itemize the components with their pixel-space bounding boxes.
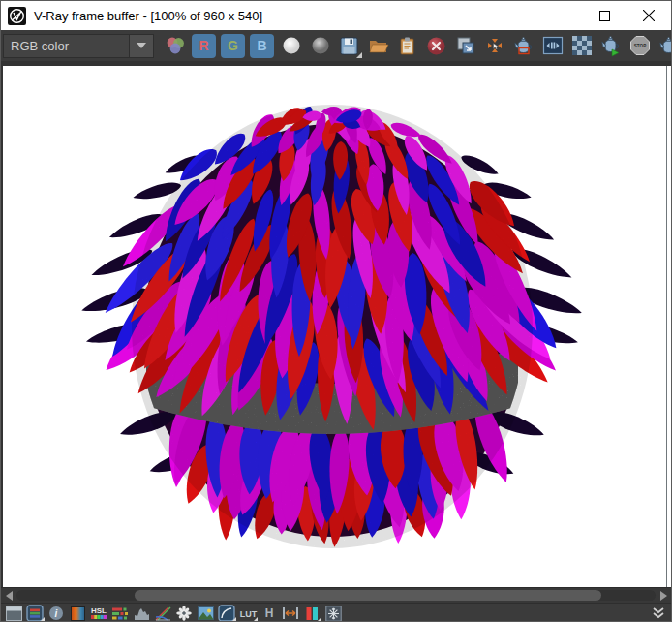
render-teapot-icon bbox=[657, 35, 672, 57]
save-options-corner-arrow bbox=[356, 52, 362, 58]
display-colors-button[interactable] bbox=[161, 32, 189, 59]
viewport-right-border bbox=[666, 66, 667, 587]
red-channel-button[interactable]: R bbox=[192, 34, 216, 58]
clear-image-button[interactable] bbox=[422, 32, 450, 59]
expand-panel-button[interactable] bbox=[649, 605, 668, 622]
scrollbar-track[interactable] bbox=[16, 590, 656, 601]
close-icon bbox=[643, 10, 655, 21]
compare-horizontal-button[interactable] bbox=[538, 32, 566, 59]
ocio-button[interactable] bbox=[323, 605, 343, 622]
pixel-info-button[interactable]: i bbox=[46, 605, 66, 622]
chevron-down-icon bbox=[137, 43, 146, 48]
white-balance-button[interactable] bbox=[174, 605, 194, 622]
blue-channel-label: B bbox=[257, 38, 266, 53]
vray-logo-icon bbox=[8, 7, 26, 25]
checker-preview-button[interactable] bbox=[567, 32, 596, 59]
stop-label: STOP bbox=[633, 44, 645, 48]
window-icon bbox=[6, 606, 22, 621]
info-label: i bbox=[55, 608, 58, 619]
lut-button[interactable]: LUT bbox=[238, 605, 258, 622]
green-channel-button[interactable]: G bbox=[221, 34, 245, 58]
clear-red-x-icon bbox=[426, 36, 446, 56]
gray-circle-icon bbox=[311, 36, 330, 55]
hsl-icon: HSL bbox=[90, 606, 107, 621]
scroll-left-icon bbox=[6, 591, 13, 601]
display-correction-corner-arrow bbox=[231, 617, 236, 622]
compare-horizontal-icon bbox=[542, 35, 564, 56]
maximize-icon bbox=[599, 11, 610, 21]
corrections-toolbar: i HSL bbox=[1, 603, 671, 622]
copy-to-clipboard-button[interactable] bbox=[393, 32, 421, 59]
curves-button[interactable] bbox=[153, 605, 172, 622]
pinwheel-icon bbox=[176, 606, 192, 621]
stop-icon: STOP bbox=[629, 35, 651, 56]
histogram-icon bbox=[134, 606, 150, 621]
levels-button[interactable] bbox=[132, 605, 151, 622]
separate-window-button[interactable] bbox=[4, 605, 23, 622]
track-mouse-icon bbox=[484, 35, 505, 56]
duplicate-buffer-button[interactable] bbox=[451, 32, 479, 59]
scroll-left-button[interactable] bbox=[3, 590, 15, 602]
stereo-corner-arrow bbox=[317, 617, 321, 622]
color-options-corner-arrow bbox=[40, 617, 45, 622]
render-button[interactable] bbox=[655, 32, 672, 59]
folder-open-icon bbox=[368, 35, 389, 56]
load-image-button[interactable] bbox=[364, 32, 392, 59]
background-image-icon bbox=[198, 606, 214, 620]
main-toolbar: RGB color R G B bbox=[1, 30, 671, 61]
clamp-gradient-icon bbox=[71, 606, 85, 621]
render-last-teapot-icon bbox=[599, 35, 622, 57]
maximize-button[interactable] bbox=[582, 1, 626, 30]
pixel-aspect-button[interactable] bbox=[281, 605, 300, 622]
double-chevron-down-icon bbox=[651, 606, 666, 620]
stereo-view-button[interactable] bbox=[302, 605, 321, 622]
rgb-circles-icon bbox=[165, 35, 186, 56]
channel-dropdown-arrow[interactable] bbox=[130, 34, 154, 58]
save-image-button[interactable] bbox=[335, 32, 363, 59]
checkerboard-icon bbox=[571, 35, 593, 56]
minimize-button[interactable] bbox=[537, 1, 582, 30]
rendered-image bbox=[1, 61, 672, 587]
region-render-teapot-icon bbox=[512, 35, 535, 57]
viewport-left-gap bbox=[1, 66, 3, 587]
vray-frame-buffer-window: V-Ray frame buffer - [100% of 960 x 540]… bbox=[0, 0, 672, 622]
viewport-top-gap bbox=[1, 61, 671, 66]
white-circle-icon bbox=[282, 36, 301, 55]
curves-icon bbox=[155, 606, 171, 621]
duplicate-windows-icon bbox=[455, 35, 476, 56]
channel-dropdown-value: RGB color bbox=[3, 34, 130, 58]
minimize-icon bbox=[555, 11, 565, 21]
hsl-label: HSL bbox=[91, 606, 107, 615]
render-viewport[interactable] bbox=[1, 61, 671, 587]
icc-profile-button[interactable]: H bbox=[260, 605, 279, 622]
hsl-correction-button[interactable]: HSL bbox=[89, 605, 108, 622]
lut-corner-arrow bbox=[253, 617, 258, 622]
green-channel-label: G bbox=[228, 38, 238, 53]
color-balance-icon bbox=[111, 606, 129, 621]
channel-dropdown[interactable]: RGB color bbox=[3, 34, 154, 58]
scroll-right-button[interactable] bbox=[657, 590, 669, 602]
background-image-button[interactable] bbox=[196, 605, 215, 622]
alpha-channel-button[interactable] bbox=[306, 32, 334, 59]
blue-channel-button[interactable]: B bbox=[250, 34, 274, 58]
close-button[interactable] bbox=[626, 1, 671, 30]
monochrome-button[interactable] bbox=[277, 32, 305, 59]
stop-render-button[interactable]: STOP bbox=[626, 32, 654, 59]
info-icon: i bbox=[48, 606, 64, 621]
clipboard-icon bbox=[397, 36, 417, 56]
region-render-button[interactable] bbox=[509, 32, 537, 59]
horizontal-scrollbar[interactable] bbox=[1, 587, 671, 603]
color-balance-button[interactable] bbox=[110, 605, 130, 622]
pixel-aspect-icon bbox=[282, 606, 299, 620]
scrollbar-thumb[interactable] bbox=[135, 590, 601, 601]
color-options-button[interactable] bbox=[25, 605, 45, 622]
snowflake-icon bbox=[325, 606, 342, 622]
track-mouse-button[interactable] bbox=[480, 32, 508, 59]
force-color-clamping-button[interactable] bbox=[68, 605, 87, 622]
render-last-button[interactable] bbox=[596, 32, 625, 59]
display-correction-button[interactable] bbox=[217, 605, 236, 622]
h-label: H bbox=[265, 606, 274, 620]
scroll-right-icon bbox=[660, 591, 667, 601]
window-title: V-Ray frame buffer - [100% of 960 x 540] bbox=[34, 9, 262, 23]
title-bar: V-Ray frame buffer - [100% of 960 x 540] bbox=[1, 1, 671, 30]
